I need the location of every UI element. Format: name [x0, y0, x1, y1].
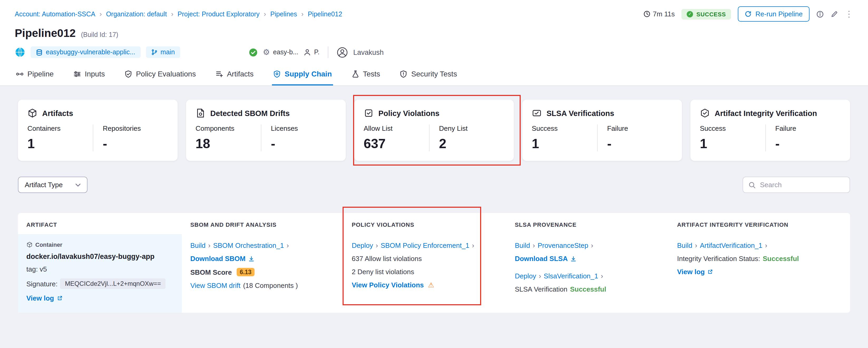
slsa-stage1-link[interactable]: Build: [515, 241, 530, 250]
git-branch-icon: [151, 49, 157, 55]
tab-artifacts[interactable]: Artifacts: [214, 63, 254, 85]
artifact-integrity-card: Artifact Integrity Verification Success …: [690, 100, 850, 161]
page-title: Pipeline012: [15, 27, 75, 39]
artifacts-table: ARTIFACT SBOM AND DRIFT ANALYSIS POLICY …: [18, 213, 850, 313]
stat-slsa-failure: Failure -: [597, 124, 673, 151]
tab-inputs[interactable]: Inputs: [72, 63, 106, 85]
download-slsa-link[interactable]: Download SLSA: [515, 255, 568, 263]
repo-chip[interactable]: easybuggy-vulnerable-applic...: [31, 47, 141, 58]
artifacts-card: Artifacts Containers 1 Repositories -: [18, 100, 178, 161]
search-input[interactable]: [760, 181, 844, 189]
col-policy-violations: POLICY VIOLATIONS: [343, 213, 506, 234]
card-title: Artifacts: [42, 109, 73, 117]
repository-icon: [36, 49, 43, 56]
user-name: Lavakush: [353, 48, 384, 56]
commit-status-check-icon: [248, 48, 257, 57]
slsa-verification-status: SLSA Verification Successful: [515, 285, 660, 293]
breadcrumb-pipeline012[interactable]: Pipeline012: [308, 10, 342, 18]
user-icon: [304, 49, 311, 56]
deny-list-violations: 2 Deny list violations: [352, 268, 498, 276]
card-title: Artifact Integrity Verification: [715, 109, 817, 117]
artifact-type-select[interactable]: Artifact Type: [18, 177, 88, 193]
sbom-cell: Build › SBOM Orchestration_1 › Download …: [182, 234, 343, 313]
stat-integrity-success: Success 1: [700, 124, 765, 151]
kebab-menu-icon[interactable]: ⋮: [845, 9, 853, 19]
avatar: [337, 47, 348, 58]
integrity-successful-text: Successful: [763, 255, 799, 263]
filter-row: Artifact Type: [18, 177, 850, 193]
policy-stage-link[interactable]: Deploy: [352, 241, 373, 250]
search-icon: [748, 181, 756, 188]
breadcrumb-organization[interactable]: Organization: default: [106, 10, 167, 18]
search-box: [743, 177, 850, 193]
integrity-stage-link[interactable]: Build: [677, 241, 692, 250]
card-title: Detected SBOM Drifts: [210, 109, 289, 117]
slsa-stage2-link[interactable]: Deploy: [515, 272, 536, 280]
breadcrumb-pipelines[interactable]: Pipelines: [270, 10, 297, 18]
repo-name: easybuggy-vulnerable-applic...: [46, 49, 135, 56]
warning-icon: ⚠: [428, 281, 434, 289]
flask-icon: [351, 70, 359, 78]
view-sbom-drift-link[interactable]: View SBOM drift: [190, 282, 240, 289]
external-link-icon: [707, 269, 713, 275]
execution-tabs: Pipeline Inputs Policy Evaluations Artif…: [0, 63, 868, 86]
download-sbom-link[interactable]: Download SBOM: [190, 255, 245, 263]
commit-author-short: P.: [314, 49, 319, 56]
download-icon: [570, 256, 577, 262]
breadcrumb-separator: ›: [264, 10, 266, 18]
policy-step-link[interactable]: SBOM Policy Enforcement_1: [380, 241, 469, 250]
slsa-step2-link[interactable]: SlsaVerification_1: [544, 272, 598, 280]
policy-violations-cell: Deploy › SBOM Policy Enforcement_1 › 637…: [343, 234, 506, 313]
sbom-score-badge: 6.13: [237, 268, 255, 276]
edit-pencil-icon[interactable]: [831, 10, 838, 18]
sbom-stage-link[interactable]: Build: [190, 241, 206, 250]
checklist-icon: [364, 108, 374, 118]
breadcrumb-project[interactable]: Project: Product Exploratory: [178, 10, 259, 18]
artifact-signature: Signature: MEQCICde2Vjl...L+2+mqnOXw==: [26, 279, 174, 289]
sbom-step-link[interactable]: SBOM Orchestration_1: [213, 241, 284, 250]
integrity-status: Integrity Verification Status: Successfu…: [677, 255, 841, 263]
info-icon[interactable]: [816, 10, 824, 18]
supply-chain-content: Artifacts Containers 1 Repositories -: [0, 86, 868, 348]
stat-containers: Containers 1: [27, 124, 93, 151]
external-link-icon: [57, 295, 62, 301]
branch-name: main: [160, 49, 175, 56]
trigger-info: ⚙ easy-b...: [263, 48, 298, 57]
tab-security-tests[interactable]: Security Tests: [399, 63, 458, 85]
artifact-view-log-link[interactable]: View log: [26, 294, 54, 302]
breadcrumb-account[interactable]: Account: Automation-SSCA: [15, 10, 95, 18]
cube-icon: [27, 108, 37, 118]
container-type-badge: Container: [26, 241, 174, 248]
container-cube-icon: [26, 241, 33, 248]
sbom-drifts-card: Detected SBOM Drifts Components 18 Licen…: [186, 100, 346, 161]
topbar-actions: 7m 11s ✓ SUCCESS Re-run Pipeline ⋮: [643, 6, 853, 22]
breadcrumb-separator: ›: [100, 10, 102, 18]
title-row: Pipeline012 (Build Id: 17): [15, 27, 853, 39]
table-header: ARTIFACT SBOM AND DRIFT ANALYSIS POLICY …: [18, 213, 850, 234]
trigger-label: easy-b...: [273, 49, 298, 56]
supply-chain-icon: [273, 70, 281, 78]
integrity-step-link[interactable]: ArtifactVerification_1: [700, 241, 762, 250]
meta-divider: [328, 47, 328, 58]
integrity-verification-cell: Build › ArtifactVerification_1 › Integri…: [669, 234, 850, 313]
stat-deny-list: Deny List 2: [429, 124, 504, 151]
pipeline-header: Pipeline012 (Build Id: 17) easybuggy-vul…: [0, 26, 868, 59]
status-badge: ✓ SUCCESS: [682, 9, 731, 19]
chevron-down-icon: [75, 183, 81, 186]
rerun-pipeline-button[interactable]: Re-run Pipeline: [738, 6, 809, 22]
integrity-view-log-link[interactable]: View log: [677, 268, 705, 276]
tab-supply-chain[interactable]: Supply Chain: [272, 63, 333, 85]
build-id: (Build Id: 17): [81, 31, 118, 38]
card-title: SLSA Verifications: [547, 109, 614, 117]
branch-chip[interactable]: main: [146, 47, 180, 58]
sbom-score-label: SBOM Score: [190, 268, 232, 276]
gear-icon: ⚙: [263, 48, 270, 57]
tab-tests[interactable]: Tests: [350, 63, 381, 85]
artifact-cell: Container docker.io/lavakush07/easy-bugg…: [18, 234, 182, 313]
col-artifact: ARTIFACT: [18, 213, 182, 234]
view-policy-violations-link[interactable]: View Policy Violations: [352, 281, 424, 289]
slsa-step1-link[interactable]: ProvenanceStep: [537, 241, 588, 250]
policy-violations-card: Policy Violations Allow List 637 Deny Li…: [354, 100, 514, 161]
tab-pipeline[interactable]: Pipeline: [15, 63, 55, 85]
tab-policy-evaluations[interactable]: Policy Evaluations: [123, 63, 197, 85]
